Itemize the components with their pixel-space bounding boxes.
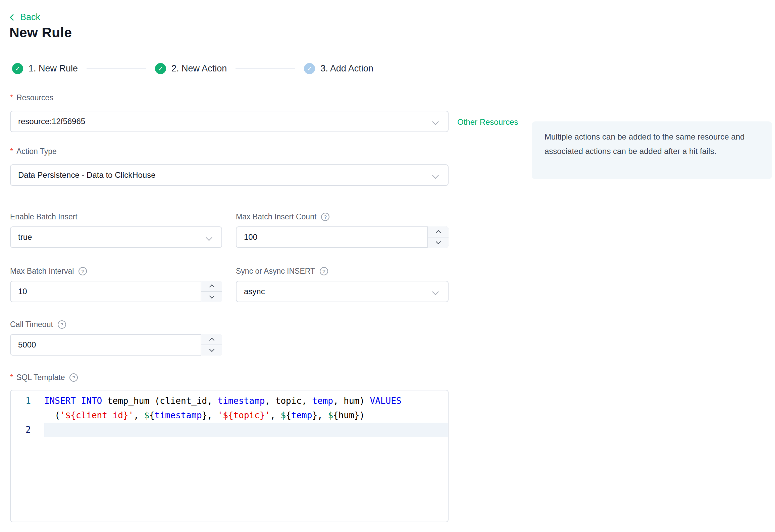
code-text <box>44 423 448 437</box>
sql-editor-lines: 1INSERT INTO temp_hum (client_id, timest… <box>11 394 448 437</box>
back-label: Back <box>20 12 40 22</box>
new-rule-page: Back New Rule ✓ 1. New Rule ✓ 2. New Act… <box>0 0 775 532</box>
chevron-down-icon <box>432 172 439 179</box>
number-stepper <box>427 226 449 248</box>
help-icon[interactable]: ? <box>321 213 329 221</box>
action-type-select[interactable]: Data Persistence - Data to ClickHouse <box>10 164 449 186</box>
number-stepper <box>201 281 222 302</box>
check-circle-icon: ✓ <box>12 63 23 74</box>
line-number: 1 <box>11 394 44 408</box>
step-label: 3. Add Action <box>320 63 373 74</box>
enable-batch-label: Enable Batch Insert <box>10 212 78 222</box>
sql-template-label: * SQL Template ? <box>10 372 78 382</box>
check-circle-icon-pending: ✓ <box>304 63 315 74</box>
resources-select[interactable]: resource:12f56965 <box>10 111 449 132</box>
enable-batch-select-value: true <box>11 232 32 242</box>
decrement-button[interactable] <box>428 237 449 248</box>
action-type-select-value: Data Persistence - Data to ClickHouse <box>11 170 156 180</box>
chevron-down-icon <box>209 294 214 299</box>
code-line-row[interactable]: 2 <box>11 423 448 437</box>
chevron-down-icon <box>432 118 439 125</box>
step-label: 2. New Action <box>171 63 227 74</box>
step-new-action[interactable]: ✓ 2. New Action <box>155 63 227 74</box>
required-mark: * <box>10 373 13 382</box>
page-title: New Rule <box>9 25 72 41</box>
other-resources-link[interactable]: Other Resources <box>457 117 518 127</box>
code-text: ('${client_id}', ${timestamp}, '${topic}… <box>44 408 448 423</box>
decrement-button[interactable] <box>201 345 222 356</box>
help-icon[interactable]: ? <box>79 267 87 275</box>
code-line-row[interactable]: 1INSERT INTO temp_hum (client_id, timest… <box>11 394 448 408</box>
line-number <box>11 408 44 423</box>
step-label: 1. New Rule <box>29 63 78 74</box>
call-timeout-value: 5000 <box>11 340 36 350</box>
sync-async-select-value: async <box>237 287 265 296</box>
chevron-down-icon <box>432 288 439 295</box>
number-stepper <box>201 334 222 356</box>
sql-template-editor[interactable]: 1INSERT INTO temp_hum (client_id, timest… <box>10 390 449 522</box>
chevron-down-icon <box>209 347 214 352</box>
chevron-left-icon <box>10 14 16 21</box>
chevron-up-icon <box>209 284 214 290</box>
help-icon[interactable]: ? <box>58 320 66 329</box>
sync-async-select[interactable]: async <box>236 281 449 302</box>
increment-button[interactable] <box>428 226 449 237</box>
help-icon[interactable]: ? <box>320 267 328 275</box>
chevron-up-icon <box>209 338 214 343</box>
wizard-stepper: ✓ 1. New Rule ✓ 2. New Action ✓ 3. Add A… <box>12 63 373 74</box>
resources-select-value: resource:12f56965 <box>11 117 85 126</box>
max-batch-interval-value: 10 <box>11 287 27 296</box>
resources-label: * Resources <box>10 93 53 103</box>
required-mark: * <box>10 147 13 156</box>
increment-button[interactable] <box>201 334 222 345</box>
sync-async-label: Sync or Async INSERT ? <box>236 266 328 276</box>
chevron-down-icon <box>435 239 441 245</box>
call-timeout-input[interactable]: 5000 <box>10 334 222 356</box>
code-line-row[interactable]: ('${client_id}', ${timestamp}, '${topic}… <box>11 408 448 423</box>
chevron-up-icon <box>435 230 441 235</box>
decrement-button[interactable] <box>201 292 222 302</box>
max-batch-interval-label: Max Batch Interval ? <box>10 266 87 276</box>
info-card: Multiple actions can be added to the sam… <box>532 121 772 179</box>
step-new-rule[interactable]: ✓ 1. New Rule <box>12 63 78 74</box>
call-timeout-label: Call Timeout ? <box>10 319 66 329</box>
max-batch-interval-input[interactable]: 10 <box>10 281 222 302</box>
max-batch-count-label: Max Batch Insert Count ? <box>236 212 329 222</box>
step-connector <box>236 68 295 69</box>
step-add-action[interactable]: ✓ 3. Add Action <box>304 63 373 74</box>
enable-batch-select[interactable]: true <box>10 226 222 248</box>
increment-button[interactable] <box>201 281 222 292</box>
max-batch-count-input[interactable]: 100 <box>236 226 449 248</box>
required-mark: * <box>10 93 13 102</box>
back-button[interactable]: Back <box>11 12 40 22</box>
check-circle-icon: ✓ <box>155 63 166 74</box>
chevron-down-icon <box>206 234 212 241</box>
max-batch-count-value: 100 <box>237 232 257 242</box>
code-text: INSERT INTO temp_hum (client_id, timesta… <box>44 394 448 408</box>
line-number: 2 <box>11 423 44 437</box>
action-type-label: * Action Type <box>10 146 57 156</box>
help-icon[interactable]: ? <box>69 373 78 382</box>
step-connector <box>87 68 146 69</box>
